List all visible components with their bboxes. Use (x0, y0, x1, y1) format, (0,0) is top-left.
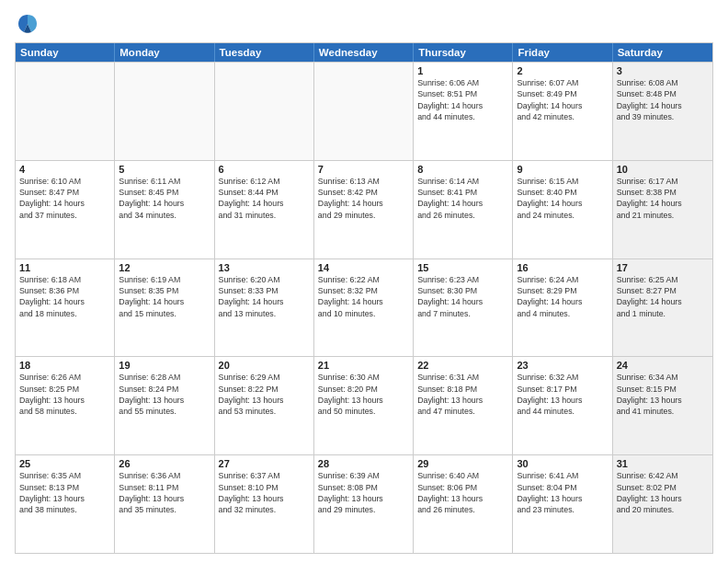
day-info: Sunrise: 6:15 AM Sunset: 8:40 PM Dayligh… (517, 176, 608, 221)
cal-cell-day-26: 26Sunrise: 6:36 AM Sunset: 8:11 PM Dayli… (115, 455, 214, 553)
cal-cell-day-9: 9Sunrise: 6:15 AM Sunset: 8:40 PM Daylig… (513, 161, 612, 259)
cal-cell-day-3: 3Sunrise: 6:08 AM Sunset: 8:48 PM Daylig… (613, 63, 712, 160)
day-info: Sunrise: 6:32 AM Sunset: 8:17 PM Dayligh… (517, 372, 608, 417)
day-number: 8 (417, 164, 508, 175)
cal-cell-day-22: 22Sunrise: 6:31 AM Sunset: 8:18 PM Dayli… (414, 357, 513, 454)
header (15, 11, 713, 37)
calendar: SundayMondayTuesdayWednesdayThursdayFrid… (15, 42, 713, 554)
cal-cell-day-15: 15Sunrise: 6:23 AM Sunset: 8:30 PM Dayli… (414, 259, 513, 357)
cal-header-wednesday: Wednesday (314, 43, 414, 62)
day-info: Sunrise: 6:13 AM Sunset: 8:42 PM Dayligh… (318, 176, 409, 221)
day-number: 23 (517, 360, 608, 371)
day-number: 29 (417, 458, 508, 469)
cal-cell-day-28: 28Sunrise: 6:39 AM Sunset: 8:08 PM Dayli… (314, 455, 414, 553)
logo (15, 11, 44, 37)
day-info: Sunrise: 6:37 AM Sunset: 8:10 PM Dayligh… (219, 470, 310, 515)
cal-cell-day-17: 17Sunrise: 6:25 AM Sunset: 8:27 PM Dayli… (613, 259, 712, 357)
day-number: 10 (617, 164, 709, 175)
cal-cell-day-19: 19Sunrise: 6:28 AM Sunset: 8:24 PM Dayli… (115, 357, 214, 454)
cal-header-sunday: Sunday (16, 43, 115, 62)
day-info: Sunrise: 6:20 AM Sunset: 8:33 PM Dayligh… (219, 274, 310, 319)
day-number: 4 (19, 164, 110, 175)
cal-cell-empty (115, 63, 214, 160)
cal-cell-day-29: 29Sunrise: 6:40 AM Sunset: 8:06 PM Dayli… (414, 455, 513, 553)
day-number: 16 (517, 262, 608, 273)
day-number: 26 (119, 458, 210, 469)
day-info: Sunrise: 6:39 AM Sunset: 8:08 PM Dayligh… (318, 470, 409, 515)
day-info: Sunrise: 6:40 AM Sunset: 8:06 PM Dayligh… (417, 470, 508, 515)
day-info: Sunrise: 6:25 AM Sunset: 8:27 PM Dayligh… (617, 274, 709, 319)
cal-cell-day-12: 12Sunrise: 6:19 AM Sunset: 8:35 PM Dayli… (115, 259, 214, 357)
day-info: Sunrise: 6:18 AM Sunset: 8:36 PM Dayligh… (19, 274, 110, 319)
cal-header-tuesday: Tuesday (215, 43, 314, 62)
day-info: Sunrise: 6:11 AM Sunset: 8:45 PM Dayligh… (119, 176, 210, 221)
day-info: Sunrise: 6:22 AM Sunset: 8:32 PM Dayligh… (318, 274, 409, 319)
day-number: 7 (318, 164, 409, 175)
day-info: Sunrise: 6:34 AM Sunset: 8:15 PM Dayligh… (617, 372, 709, 417)
day-info: Sunrise: 6:17 AM Sunset: 8:38 PM Dayligh… (617, 176, 709, 221)
cal-cell-day-20: 20Sunrise: 6:29 AM Sunset: 8:22 PM Dayli… (215, 357, 314, 454)
cal-cell-day-24: 24Sunrise: 6:34 AM Sunset: 8:15 PM Dayli… (613, 357, 712, 454)
cal-cell-empty (16, 63, 115, 160)
cal-cell-day-10: 10Sunrise: 6:17 AM Sunset: 8:38 PM Dayli… (613, 161, 712, 259)
day-number: 2 (517, 65, 608, 76)
day-info: Sunrise: 6:23 AM Sunset: 8:30 PM Dayligh… (417, 274, 508, 319)
day-number: 31 (617, 458, 709, 469)
cal-cell-day-4: 4Sunrise: 6:10 AM Sunset: 8:47 PM Daylig… (16, 161, 115, 259)
page: SundayMondayTuesdayWednesdayThursdayFrid… (0, 0, 728, 563)
cal-cell-empty (215, 63, 314, 160)
day-number: 15 (417, 262, 508, 273)
day-number: 3 (617, 65, 709, 76)
day-info: Sunrise: 6:29 AM Sunset: 8:22 PM Dayligh… (219, 372, 310, 417)
day-info: Sunrise: 6:26 AM Sunset: 8:25 PM Dayligh… (19, 372, 110, 417)
cal-cell-day-1: 1Sunrise: 6:06 AM Sunset: 8:51 PM Daylig… (414, 63, 513, 160)
cal-cell-day-6: 6Sunrise: 6:12 AM Sunset: 8:44 PM Daylig… (215, 161, 314, 259)
day-number: 6 (219, 164, 310, 175)
cal-cell-day-18: 18Sunrise: 6:26 AM Sunset: 8:25 PM Dayli… (16, 357, 115, 454)
day-number: 30 (517, 458, 608, 469)
cal-header-thursday: Thursday (414, 43, 513, 62)
cal-cell-day-21: 21Sunrise: 6:30 AM Sunset: 8:20 PM Dayli… (314, 357, 414, 454)
day-info: Sunrise: 6:35 AM Sunset: 8:13 PM Dayligh… (19, 470, 110, 515)
day-info: Sunrise: 6:19 AM Sunset: 8:35 PM Dayligh… (119, 274, 210, 319)
calendar-header-row: SundayMondayTuesdayWednesdayThursdayFrid… (16, 43, 712, 62)
day-info: Sunrise: 6:28 AM Sunset: 8:24 PM Dayligh… (119, 372, 210, 417)
cal-week-2: 4Sunrise: 6:10 AM Sunset: 8:47 PM Daylig… (16, 160, 712, 259)
day-info: Sunrise: 6:24 AM Sunset: 8:29 PM Dayligh… (517, 274, 608, 319)
day-number: 11 (19, 262, 110, 273)
day-number: 28 (318, 458, 409, 469)
day-number: 25 (19, 458, 110, 469)
day-info: Sunrise: 6:42 AM Sunset: 8:02 PM Dayligh… (617, 470, 709, 515)
cal-week-1: 1Sunrise: 6:06 AM Sunset: 8:51 PM Daylig… (16, 62, 712, 160)
cal-week-3: 11Sunrise: 6:18 AM Sunset: 8:36 PM Dayli… (16, 259, 712, 357)
cal-cell-day-14: 14Sunrise: 6:22 AM Sunset: 8:32 PM Dayli… (314, 259, 414, 357)
day-info: Sunrise: 6:31 AM Sunset: 8:18 PM Dayligh… (417, 372, 508, 417)
day-info: Sunrise: 6:12 AM Sunset: 8:44 PM Dayligh… (219, 176, 310, 221)
cal-cell-day-8: 8Sunrise: 6:14 AM Sunset: 8:41 PM Daylig… (414, 161, 513, 259)
day-number: 14 (318, 262, 409, 273)
day-number: 27 (219, 458, 310, 469)
cal-cell-day-25: 25Sunrise: 6:35 AM Sunset: 8:13 PM Dayli… (16, 455, 115, 553)
logo-icon (15, 11, 40, 37)
day-number: 24 (617, 360, 709, 371)
cal-header-monday: Monday (115, 43, 214, 62)
cal-cell-day-13: 13Sunrise: 6:20 AM Sunset: 8:33 PM Dayli… (215, 259, 314, 357)
day-number: 5 (119, 164, 210, 175)
cal-cell-day-7: 7Sunrise: 6:13 AM Sunset: 8:42 PM Daylig… (314, 161, 414, 259)
day-info: Sunrise: 6:14 AM Sunset: 8:41 PM Dayligh… (417, 176, 508, 221)
day-info: Sunrise: 6:10 AM Sunset: 8:47 PM Dayligh… (19, 176, 110, 221)
day-number: 12 (119, 262, 210, 273)
day-number: 17 (617, 262, 709, 273)
day-number: 20 (219, 360, 310, 371)
day-number: 21 (318, 360, 409, 371)
day-number: 13 (219, 262, 310, 273)
day-info: Sunrise: 6:08 AM Sunset: 8:48 PM Dayligh… (617, 77, 709, 122)
cal-cell-day-5: 5Sunrise: 6:11 AM Sunset: 8:45 PM Daylig… (115, 161, 214, 259)
day-number: 1 (417, 65, 508, 76)
day-info: Sunrise: 6:07 AM Sunset: 8:49 PM Dayligh… (517, 77, 608, 122)
cal-week-4: 18Sunrise: 6:26 AM Sunset: 8:25 PM Dayli… (16, 356, 712, 454)
cal-cell-empty (314, 63, 414, 160)
cal-week-5: 25Sunrise: 6:35 AM Sunset: 8:13 PM Dayli… (16, 454, 712, 553)
cal-cell-day-11: 11Sunrise: 6:18 AM Sunset: 8:36 PM Dayli… (16, 259, 115, 357)
day-info: Sunrise: 6:36 AM Sunset: 8:11 PM Dayligh… (119, 470, 210, 515)
